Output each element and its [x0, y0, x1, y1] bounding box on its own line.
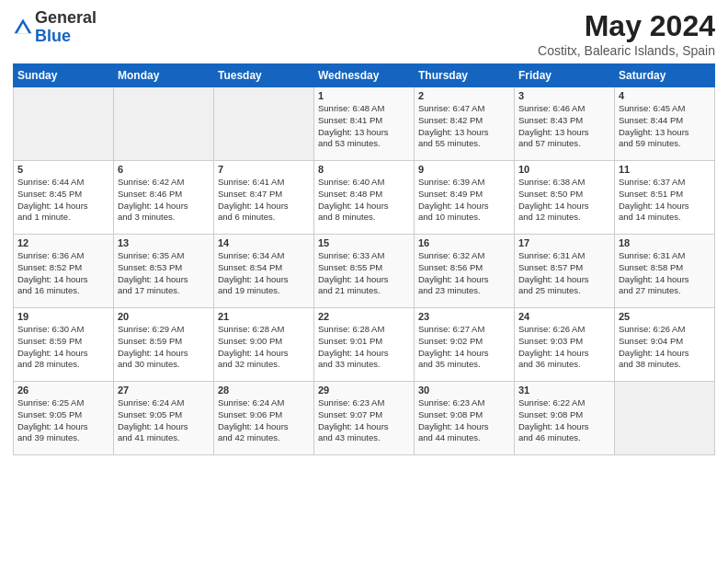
day-cell: 5Sunrise: 6:44 AM Sunset: 8:45 PM Daylig…: [14, 161, 114, 235]
day-info: Sunrise: 6:47 AM Sunset: 8:42 PM Dayligh…: [418, 103, 510, 150]
day-cell: 29Sunrise: 6:23 AM Sunset: 9:07 PM Dayli…: [314, 382, 415, 455]
day-cell: 24Sunrise: 6:26 AM Sunset: 9:03 PM Dayli…: [515, 308, 615, 382]
col-header-thursday: Thursday: [415, 64, 515, 87]
day-info: Sunrise: 6:31 AM Sunset: 8:58 PM Dayligh…: [619, 250, 711, 297]
day-cell: 15Sunrise: 6:33 AM Sunset: 8:55 PM Dayli…: [314, 235, 415, 308]
day-cell: 22Sunrise: 6:28 AM Sunset: 9:01 PM Dayli…: [314, 308, 415, 382]
col-header-saturday: Saturday: [615, 64, 715, 87]
day-cell: 3Sunrise: 6:46 AM Sunset: 8:43 PM Daylig…: [515, 87, 615, 161]
logo-blue-text: Blue: [35, 27, 71, 45]
day-number: 20: [118, 311, 210, 322]
day-cell: 19Sunrise: 6:30 AM Sunset: 8:59 PM Dayli…: [14, 308, 114, 382]
day-info: Sunrise: 6:27 AM Sunset: 9:02 PM Dayligh…: [418, 324, 510, 371]
day-number: 2: [418, 90, 510, 101]
day-cell: 12Sunrise: 6:36 AM Sunset: 8:52 PM Dayli…: [14, 235, 114, 308]
day-info: Sunrise: 6:35 AM Sunset: 8:53 PM Dayligh…: [118, 250, 210, 297]
header-row: SundayMondayTuesdayWednesdayThursdayFrid…: [14, 64, 715, 87]
day-number: 1: [318, 90, 410, 101]
day-cell: 26Sunrise: 6:25 AM Sunset: 9:05 PM Dayli…: [14, 382, 114, 455]
col-header-sunday: Sunday: [14, 64, 114, 87]
day-cell: 20Sunrise: 6:29 AM Sunset: 8:59 PM Dayli…: [114, 308, 214, 382]
day-info: Sunrise: 6:23 AM Sunset: 9:07 PM Dayligh…: [318, 397, 410, 444]
week-row-5: 26Sunrise: 6:25 AM Sunset: 9:05 PM Dayli…: [14, 382, 715, 455]
day-number: 16: [418, 237, 510, 248]
day-number: 12: [17, 237, 109, 248]
day-cell: [214, 87, 314, 161]
day-number: 27: [118, 385, 210, 396]
day-number: 8: [318, 164, 410, 175]
logo-text: General Blue: [35, 9, 97, 46]
day-cell: 31Sunrise: 6:22 AM Sunset: 9:08 PM Dayli…: [515, 382, 615, 455]
day-number: 6: [118, 164, 210, 175]
day-info: Sunrise: 6:38 AM Sunset: 8:50 PM Dayligh…: [518, 177, 610, 224]
day-info: Sunrise: 6:22 AM Sunset: 9:08 PM Dayligh…: [518, 397, 610, 444]
day-cell: 2Sunrise: 6:47 AM Sunset: 8:42 PM Daylig…: [415, 87, 515, 161]
day-info: Sunrise: 6:45 AM Sunset: 8:44 PM Dayligh…: [619, 103, 711, 150]
col-header-tuesday: Tuesday: [214, 64, 314, 87]
day-cell: [114, 87, 214, 161]
day-info: Sunrise: 6:40 AM Sunset: 8:48 PM Dayligh…: [318, 177, 410, 224]
day-cell: 13Sunrise: 6:35 AM Sunset: 8:53 PM Dayli…: [114, 235, 214, 308]
day-number: 9: [418, 164, 510, 175]
day-number: 21: [218, 311, 310, 322]
day-info: Sunrise: 6:34 AM Sunset: 8:54 PM Dayligh…: [218, 250, 310, 297]
day-cell: 21Sunrise: 6:28 AM Sunset: 9:00 PM Dayli…: [214, 308, 314, 382]
day-number: 31: [518, 385, 610, 396]
day-info: Sunrise: 6:33 AM Sunset: 8:55 PM Dayligh…: [318, 250, 410, 297]
day-number: 30: [418, 385, 510, 396]
day-cell: 8Sunrise: 6:40 AM Sunset: 8:48 PM Daylig…: [314, 161, 415, 235]
day-number: 13: [118, 237, 210, 248]
day-number: 19: [17, 311, 109, 322]
day-info: Sunrise: 6:36 AM Sunset: 8:52 PM Dayligh…: [17, 250, 109, 297]
day-info: Sunrise: 6:28 AM Sunset: 9:01 PM Dayligh…: [318, 324, 410, 371]
day-cell: 18Sunrise: 6:31 AM Sunset: 8:58 PM Dayli…: [615, 235, 715, 308]
day-info: Sunrise: 6:44 AM Sunset: 8:45 PM Dayligh…: [17, 177, 109, 224]
day-number: 18: [619, 237, 711, 248]
day-info: Sunrise: 6:29 AM Sunset: 8:59 PM Dayligh…: [118, 324, 210, 371]
day-number: 14: [218, 237, 310, 248]
day-cell: [615, 382, 715, 455]
week-row-3: 12Sunrise: 6:36 AM Sunset: 8:52 PM Dayli…: [14, 235, 715, 308]
day-number: 11: [619, 164, 711, 175]
day-cell: 4Sunrise: 6:45 AM Sunset: 8:44 PM Daylig…: [615, 87, 715, 161]
day-cell: 7Sunrise: 6:41 AM Sunset: 8:47 PM Daylig…: [214, 161, 314, 235]
day-info: Sunrise: 6:31 AM Sunset: 8:57 PM Dayligh…: [518, 250, 610, 297]
day-cell: 16Sunrise: 6:32 AM Sunset: 8:56 PM Dayli…: [415, 235, 515, 308]
logo: General Blue: [13, 9, 97, 46]
day-number: 3: [518, 90, 610, 101]
day-cell: 10Sunrise: 6:38 AM Sunset: 8:50 PM Dayli…: [515, 161, 615, 235]
day-number: 22: [318, 311, 410, 322]
week-row-2: 5Sunrise: 6:44 AM Sunset: 8:45 PM Daylig…: [14, 161, 715, 235]
day-cell: 17Sunrise: 6:31 AM Sunset: 8:57 PM Dayli…: [515, 235, 615, 308]
calendar-table: SundayMondayTuesdayWednesdayThursdayFrid…: [13, 63, 715, 455]
day-info: Sunrise: 6:32 AM Sunset: 8:56 PM Dayligh…: [418, 250, 510, 297]
logo-icon: [13, 17, 33, 38]
day-cell: 14Sunrise: 6:34 AM Sunset: 8:54 PM Dayli…: [214, 235, 314, 308]
day-number: 23: [418, 311, 510, 322]
day-info: Sunrise: 6:37 AM Sunset: 8:51 PM Dayligh…: [619, 177, 711, 224]
page-header: General Blue May 2024 Costitx, Balearic …: [13, 9, 715, 58]
day-cell: 23Sunrise: 6:27 AM Sunset: 9:02 PM Dayli…: [415, 308, 515, 382]
day-info: Sunrise: 6:26 AM Sunset: 9:04 PM Dayligh…: [619, 324, 711, 371]
day-info: Sunrise: 6:48 AM Sunset: 8:41 PM Dayligh…: [318, 103, 410, 150]
col-header-wednesday: Wednesday: [314, 64, 415, 87]
day-number: 24: [518, 311, 610, 322]
subtitle: Costitx, Balearic Islands, Spain: [538, 43, 715, 58]
day-cell: 9Sunrise: 6:39 AM Sunset: 8:49 PM Daylig…: [415, 161, 515, 235]
day-number: 10: [518, 164, 610, 175]
day-info: Sunrise: 6:28 AM Sunset: 9:00 PM Dayligh…: [218, 324, 310, 371]
day-number: 17: [518, 237, 610, 248]
day-cell: [14, 87, 114, 161]
day-cell: 28Sunrise: 6:24 AM Sunset: 9:06 PM Dayli…: [214, 382, 314, 455]
day-number: 25: [619, 311, 711, 322]
day-info: Sunrise: 6:23 AM Sunset: 9:08 PM Dayligh…: [418, 397, 510, 444]
title-block: May 2024 Costitx, Balearic Islands, Spai…: [538, 9, 715, 58]
day-info: Sunrise: 6:41 AM Sunset: 8:47 PM Dayligh…: [218, 177, 310, 224]
day-info: Sunrise: 6:46 AM Sunset: 8:43 PM Dayligh…: [518, 103, 610, 150]
day-info: Sunrise: 6:24 AM Sunset: 9:06 PM Dayligh…: [218, 397, 310, 444]
day-info: Sunrise: 6:24 AM Sunset: 9:05 PM Dayligh…: [118, 397, 210, 444]
day-info: Sunrise: 6:42 AM Sunset: 8:46 PM Dayligh…: [118, 177, 210, 224]
day-cell: 6Sunrise: 6:42 AM Sunset: 8:46 PM Daylig…: [114, 161, 214, 235]
col-header-friday: Friday: [515, 64, 615, 87]
day-info: Sunrise: 6:25 AM Sunset: 9:05 PM Dayligh…: [17, 397, 109, 444]
